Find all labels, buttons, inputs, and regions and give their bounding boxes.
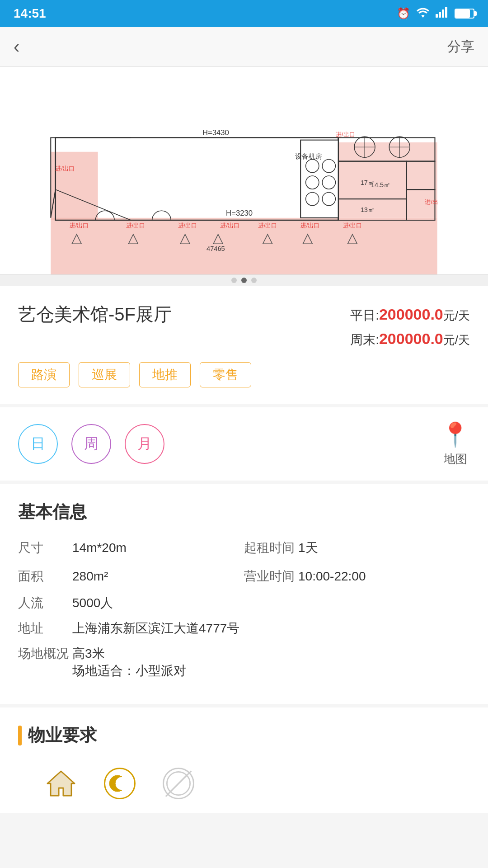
weekday-unit: 元/天 bbox=[443, 309, 470, 322]
size-value: 14m*20m bbox=[72, 538, 244, 558]
weekend-label: 周末: bbox=[350, 333, 379, 347]
svg-text:进/出: 进/出 bbox=[425, 199, 438, 205]
area-value: 280m² bbox=[72, 566, 244, 587]
svg-rect-6 bbox=[51, 152, 98, 220]
title-indicator bbox=[18, 726, 22, 745]
property-title-bar: 物业要求 bbox=[18, 724, 470, 747]
map-button[interactable]: 📍 地图 bbox=[441, 421, 470, 467]
info-group-minrental: 起租时间 1天 bbox=[244, 538, 470, 558]
area-label: 面积 bbox=[18, 566, 72, 587]
dot-3 bbox=[251, 278, 257, 283]
info-group-hours: 营业时间 10:00-22:00 bbox=[244, 566, 470, 587]
overview-line2: 场地适合：小型派对 bbox=[72, 662, 470, 679]
battery-icon bbox=[455, 9, 474, 19]
svg-line-57 bbox=[170, 775, 187, 792]
svg-text:进/出口: 进/出口 bbox=[70, 222, 89, 229]
info-group-size: 尺寸 14m*20m bbox=[18, 538, 244, 558]
info-row-size: 尺寸 14m*20m 起租时间 1天 bbox=[18, 538, 470, 558]
image-dots bbox=[0, 275, 488, 286]
period-week-button[interactable]: 周 bbox=[71, 424, 111, 464]
venue-info-section: 艺仓美术馆-5F展厅 平日:200000.0元/天 周末:200000.0元/天… bbox=[0, 286, 488, 407]
tag-retail[interactable]: 零售 bbox=[200, 362, 251, 387]
no-icon bbox=[163, 768, 194, 799]
svg-rect-5 bbox=[51, 218, 437, 274]
svg-rect-3 bbox=[445, 7, 447, 18]
back-button[interactable]: ‹ bbox=[14, 37, 19, 57]
svg-text:进/出口: 进/出口 bbox=[178, 222, 197, 229]
property-section: 物业要求 bbox=[0, 708, 488, 813]
svg-text:进/出口: 进/出口 bbox=[258, 222, 277, 229]
nav-bar: ‹ 分享 bbox=[0, 27, 488, 67]
weekend-unit: 元/天 bbox=[443, 333, 470, 347]
svg-rect-17 bbox=[300, 140, 338, 218]
signal-icon bbox=[436, 7, 448, 20]
info-table: 尺寸 14m*20m 起租时间 1天 面积 280m² 营业时间 10:00-2… bbox=[18, 538, 470, 680]
svg-text:13㎡: 13㎡ bbox=[361, 206, 375, 213]
tag-roadshow[interactable]: 路演 bbox=[18, 362, 70, 387]
tags-row: 路演 巡展 地推 零售 bbox=[18, 362, 470, 387]
no-icon-item bbox=[163, 768, 194, 799]
period-day-button[interactable]: 日 bbox=[18, 424, 58, 464]
overview-line1: 高3米 bbox=[72, 645, 470, 662]
bottom-icons-row bbox=[18, 763, 470, 804]
map-pin-icon: 📍 bbox=[441, 421, 470, 448]
info-row-area: 面积 280m² 营业时间 10:00-22:00 bbox=[18, 566, 470, 587]
house-icon bbox=[45, 768, 77, 799]
svg-text:17㎡: 17㎡ bbox=[361, 179, 375, 186]
venue-title: 艺仓美术馆-5F展厅 bbox=[18, 302, 172, 327]
svg-marker-55 bbox=[47, 771, 75, 796]
size-label: 尺寸 bbox=[18, 538, 72, 558]
weekend-price-line: 周末:200000.0元/天 bbox=[350, 326, 470, 351]
svg-text:设备机房: 设备机房 bbox=[295, 153, 322, 160]
status-icons: ⏰ bbox=[397, 7, 474, 20]
weekday-label: 平日: bbox=[350, 308, 379, 322]
weekend-price: 200000.0 bbox=[379, 330, 443, 347]
share-button[interactable]: 分享 bbox=[447, 38, 474, 56]
hours-label: 营业时间 bbox=[244, 566, 298, 587]
weekday-price: 200000.0 bbox=[379, 306, 443, 323]
info-row-overview: 场地概况 高3米 场地适合：小型派对 bbox=[18, 645, 470, 679]
overview-value: 高3米 场地适合：小型派对 bbox=[72, 645, 470, 679]
svg-text:进/出口: 进/出口 bbox=[220, 222, 239, 229]
minrental-label: 起租时间 bbox=[244, 538, 298, 558]
basic-info-title: 基本信息 bbox=[18, 500, 470, 524]
svg-text:进/出口: 进/出口 bbox=[55, 166, 74, 172]
period-section: 日 周 月 📍 地图 bbox=[0, 407, 488, 484]
svg-text:进/出口: 进/出口 bbox=[336, 132, 355, 138]
venue-title-row: 艺仓美术馆-5F展厅 平日:200000.0元/天 周末:200000.0元/天 bbox=[18, 302, 470, 351]
svg-rect-7 bbox=[338, 142, 437, 218]
dot-2 bbox=[241, 278, 247, 283]
moon-icon bbox=[104, 768, 136, 799]
tag-groundpush[interactable]: 地推 bbox=[139, 362, 191, 387]
status-time: 14:51 bbox=[14, 6, 46, 21]
dot-1 bbox=[231, 278, 237, 283]
svg-rect-2 bbox=[442, 9, 444, 18]
property-title: 物业要求 bbox=[28, 724, 97, 747]
svg-point-56 bbox=[167, 772, 190, 795]
address-label: 地址 bbox=[18, 620, 72, 637]
map-label: 地图 bbox=[444, 451, 467, 467]
hours-value: 10:00-22:00 bbox=[298, 566, 470, 587]
svg-text:进/出口: 进/出口 bbox=[126, 222, 145, 229]
house-icon-item bbox=[45, 768, 77, 799]
floor-plan: H=3430 H=3230 47465 设备机房 14.5㎡ 17㎡ 13㎡ 进… bbox=[0, 67, 488, 275]
wifi-icon bbox=[417, 7, 429, 20]
minrental-value: 1天 bbox=[298, 538, 470, 558]
svg-text:H=3430: H=3430 bbox=[202, 128, 229, 137]
svg-rect-0 bbox=[436, 14, 438, 18]
traffic-label: 人流 bbox=[18, 594, 72, 612]
info-row-address: 地址 上海浦东新区滨江大道4777号 bbox=[18, 620, 470, 637]
traffic-value: 5000人 bbox=[72, 594, 470, 612]
tag-touring[interactable]: 巡展 bbox=[79, 362, 130, 387]
moon-icon-item bbox=[104, 768, 136, 799]
period-month-button[interactable]: 月 bbox=[125, 424, 164, 464]
weekday-price-line: 平日:200000.0元/天 bbox=[350, 302, 470, 326]
svg-text:进/出口: 进/出口 bbox=[343, 222, 362, 229]
address-value: 上海浦东新区滨江大道4777号 bbox=[72, 620, 470, 637]
svg-text:H=3230: H=3230 bbox=[226, 209, 253, 217]
overview-label: 场地概况 bbox=[18, 645, 72, 679]
info-group-area: 面积 280m² bbox=[18, 566, 244, 587]
svg-rect-1 bbox=[439, 12, 441, 18]
svg-text:47465: 47465 bbox=[206, 245, 225, 252]
alarm-icon: ⏰ bbox=[397, 7, 410, 20]
